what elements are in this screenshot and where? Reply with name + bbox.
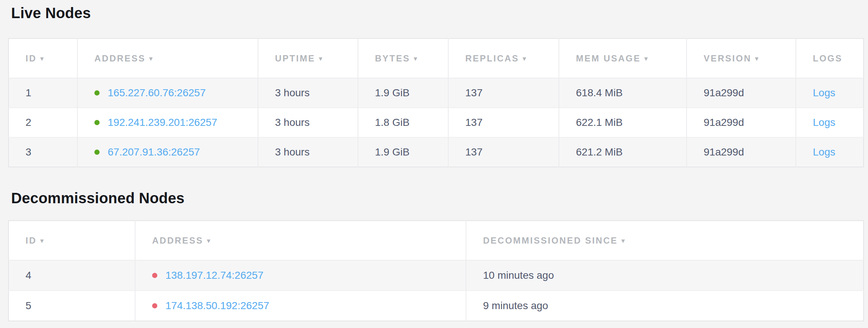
live-col-replicas[interactable]: REPLICAS▾: [448, 39, 559, 78]
column-label: MEM USAGE: [576, 53, 641, 63]
live-col-mem-usage[interactable]: MEM USAGE▾: [559, 39, 687, 78]
live-col-uptime[interactable]: UPTIME▾: [258, 39, 358, 78]
live-status-dot-icon: [94, 90, 100, 96]
cell-mem-usage: 618.4 MiB: [559, 78, 687, 108]
sort-arrow-icon: ▾: [523, 55, 527, 63]
live-col-id[interactable]: ID▾: [9, 39, 77, 78]
decommissioned-status-dot-icon: [152, 303, 157, 308]
cell-decommissioned-since: 9 minutes ago: [466, 291, 864, 321]
cell-node-address: 138.197.12.74:26257: [135, 260, 466, 291]
cell-version: 91a299d: [687, 78, 796, 108]
table-row: 3 67.207.91.36:26257 3 hours 1.9 GiB 137…: [9, 137, 864, 167]
cell-version: 91a299d: [687, 108, 796, 137]
live-status-dot-icon: [94, 150, 100, 155]
cell-version: 91a299d: [687, 137, 796, 167]
table-row: 1 165.227.60.76:26257 3 hours 1.9 GiB 13…: [9, 78, 864, 108]
table-row: 2 192.241.239.201:26257 3 hours 1.8 GiB …: [9, 108, 864, 137]
cell-node-address: 165.227.60.76:26257: [77, 78, 258, 108]
decommissioned-col-since[interactable]: DECOMMISSIONED SINCE▾: [466, 221, 864, 260]
cell-bytes: 1.9 GiB: [358, 137, 448, 167]
logs-link[interactable]: Logs: [813, 87, 835, 98]
column-label: LOGS: [813, 53, 842, 63]
cell-logs: Logs: [796, 137, 864, 167]
cell-node-id: 4: [9, 260, 135, 291]
cell-replicas: 137: [448, 108, 559, 137]
cell-node-address: 67.207.91.36:26257: [77, 137, 258, 167]
sort-arrow-icon: ▾: [319, 55, 324, 63]
cell-logs: Logs: [796, 78, 864, 108]
cell-bytes: 1.9 GiB: [358, 78, 448, 108]
logs-link[interactable]: Logs: [813, 117, 835, 128]
live-status-dot-icon: [94, 120, 100, 125]
sort-arrow-icon: ▾: [207, 237, 211, 245]
column-label: ADDRESS: [94, 53, 145, 63]
cell-decommissioned-since: 10 minutes ago: [466, 260, 864, 291]
cell-replicas: 137: [448, 78, 559, 108]
live-nodes-table: ID▾ ADDRESS▾ UPTIME▾ BYTES▾ REPLICAS▾ ME…: [8, 38, 864, 167]
sort-arrow-icon: ▾: [149, 55, 154, 63]
decommissioned-nodes-title: Decommissioned Nodes: [0, 167, 868, 206]
column-label: ID: [26, 53, 37, 63]
cell-node-address: 192.241.239.201:26257: [77, 108, 258, 137]
node-address-link[interactable]: 165.227.60.76:26257: [108, 87, 206, 98]
sort-arrow-icon: ▾: [621, 237, 626, 245]
cell-mem-usage: 622.1 MiB: [559, 108, 687, 137]
decommissioned-nodes-table: ID▾ ADDRESS▾ DECOMMISSIONED SINCE▾ 4 138…: [8, 220, 864, 321]
sort-arrow-icon: ▾: [644, 55, 649, 63]
node-address-link[interactable]: 192.241.239.201:26257: [108, 117, 217, 128]
cell-node-id: 2: [9, 108, 77, 137]
column-label: BYTES: [375, 53, 410, 63]
cell-uptime: 3 hours: [258, 108, 358, 137]
cell-node-id: 5: [9, 291, 135, 321]
sort-arrow-icon: ▾: [40, 237, 45, 245]
cell-bytes: 1.8 GiB: [358, 108, 448, 137]
sort-arrow-icon: ▾: [414, 55, 418, 63]
cell-mem-usage: 621.2 MiB: [559, 137, 687, 167]
cell-uptime: 3 hours: [258, 137, 358, 167]
column-label: REPLICAS: [465, 53, 519, 63]
column-label: UPTIME: [275, 53, 315, 63]
live-col-logs: LOGS: [796, 39, 864, 78]
cell-node-address: 174.138.50.192:26257: [135, 291, 466, 321]
node-address-link[interactable]: 138.197.12.74:26257: [165, 270, 264, 281]
sort-arrow-icon: ▾: [40, 55, 45, 63]
live-nodes-header: ID▾ ADDRESS▾ UPTIME▾ BYTES▾ REPLICAS▾ ME…: [9, 39, 864, 78]
header-row: ID▾ ADDRESS▾ DECOMMISSIONED SINCE▾: [9, 221, 864, 260]
column-label: ID: [26, 235, 37, 245]
column-label: DECOMMISSIONED SINCE: [483, 235, 618, 245]
nodes-overview-page: Live Nodes ID▾ ADDRESS▾ UPTIME▾ BYTES▾ R…: [0, 0, 868, 321]
table-row: 4 138.197.12.74:26257 10 minutes ago: [9, 260, 864, 291]
decommissioned-status-dot-icon: [152, 273, 157, 278]
table-row: 5 174.138.50.192:26257 9 minutes ago: [9, 291, 864, 321]
cell-logs: Logs: [796, 108, 864, 137]
node-address-link[interactable]: 67.207.91.36:26257: [108, 146, 200, 158]
cell-node-id: 3: [9, 137, 77, 167]
logs-link[interactable]: Logs: [813, 146, 835, 158]
decommissioned-nodes-header: ID▾ ADDRESS▾ DECOMMISSIONED SINCE▾: [9, 221, 864, 260]
cell-replicas: 137: [448, 137, 559, 167]
live-col-version[interactable]: VERSION▾: [687, 39, 796, 78]
node-address-link[interactable]: 174.138.50.192:26257: [165, 300, 269, 311]
cell-node-id: 1: [9, 78, 77, 108]
live-nodes-title: Live Nodes: [0, 0, 868, 21]
column-label: ADDRESS: [152, 235, 203, 245]
cell-uptime: 3 hours: [258, 78, 358, 108]
live-col-address[interactable]: ADDRESS▾: [77, 39, 258, 78]
header-row: ID▾ ADDRESS▾ UPTIME▾ BYTES▾ REPLICAS▾ ME…: [9, 39, 864, 78]
column-label: VERSION: [704, 53, 751, 63]
sort-arrow-icon: ▾: [755, 55, 760, 63]
decommissioned-col-address[interactable]: ADDRESS▾: [135, 221, 466, 260]
decommissioned-col-id[interactable]: ID▾: [9, 221, 135, 260]
live-col-bytes[interactable]: BYTES▾: [358, 39, 448, 78]
